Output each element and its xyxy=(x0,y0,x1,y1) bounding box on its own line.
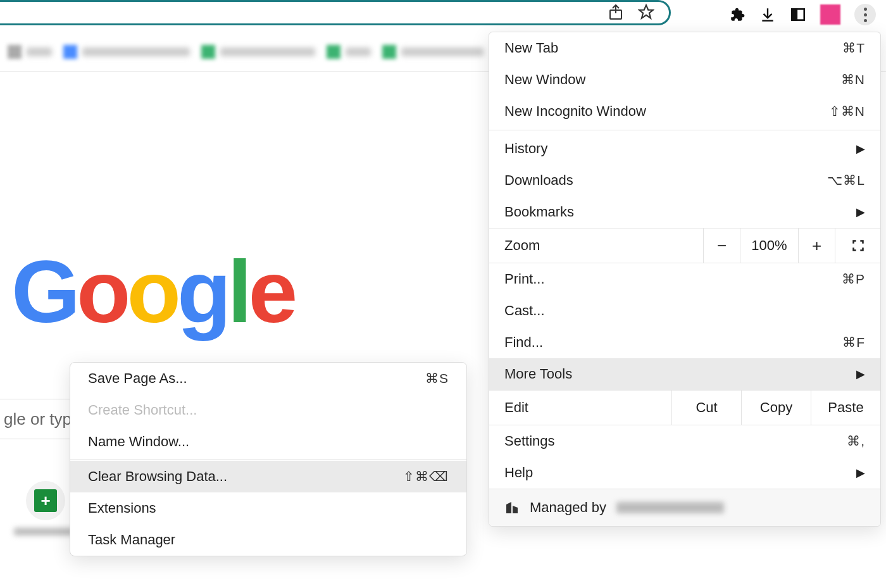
submenu-arrow-icon: ▶ xyxy=(856,367,865,381)
bookmark-star-icon[interactable] xyxy=(638,4,654,20)
menu-separator xyxy=(489,130,880,130)
submenu-arrow-icon: ▶ xyxy=(856,466,865,480)
zoom-out-button[interactable]: − xyxy=(703,228,740,263)
menu-label: Cast... xyxy=(504,303,545,319)
submenu-separator xyxy=(70,459,466,460)
menu-more-tools[interactable]: More Tools ▶ xyxy=(489,358,880,390)
submenu-label: Clear Browsing Data... xyxy=(88,468,227,485)
menu-label: Bookmarks xyxy=(504,204,574,220)
menu-downloads[interactable]: Downloads ⌥⌘L xyxy=(489,165,880,196)
fullscreen-button[interactable] xyxy=(835,228,880,263)
menu-shortcut: ⌘T xyxy=(842,41,865,56)
submenu-label: Save Page As... xyxy=(88,370,187,387)
menu-settings[interactable]: Settings ⌘, xyxy=(489,425,880,457)
menu-cast[interactable]: Cast... xyxy=(489,295,880,327)
menu-label: Help xyxy=(504,465,533,481)
menu-history[interactable]: History ▶ xyxy=(489,133,880,165)
address-bar[interactable] xyxy=(0,0,671,25)
menu-bookmarks[interactable]: Bookmarks ▶ xyxy=(489,196,880,228)
submenu-arrow-icon: ▶ xyxy=(856,142,865,156)
submenu-label: Task Manager xyxy=(88,532,175,548)
menu-managed-by[interactable]: Managed by xyxy=(489,489,880,526)
menu-label: More Tools xyxy=(504,366,572,382)
bookmark-item[interactable] xyxy=(382,45,484,59)
zoom-in-button[interactable]: + xyxy=(798,228,835,263)
menu-new-window[interactable]: New Window ⌘N xyxy=(489,64,880,96)
submenu-extensions[interactable]: Extensions xyxy=(70,492,466,524)
menu-shortcut: ⌥⌘L xyxy=(827,173,865,188)
menu-label: Settings xyxy=(504,433,555,449)
search-placeholder-fragment: gle or typ xyxy=(4,410,72,429)
submenu-label: Name Window... xyxy=(88,434,189,450)
menu-shortcut: ⌘P xyxy=(842,272,865,287)
zoom-level: 100% xyxy=(740,228,798,263)
menu-label: New Tab xyxy=(504,40,558,56)
menu-find[interactable]: Find... ⌘F xyxy=(489,327,880,358)
menu-label: New Incognito Window xyxy=(504,103,646,120)
edit-copy-button[interactable]: Copy xyxy=(741,391,811,425)
submenu-label: Extensions xyxy=(88,500,156,516)
profile-avatar[interactable] xyxy=(820,4,840,25)
svg-marker-1 xyxy=(639,5,653,18)
submenu-task-manager[interactable]: Task Manager xyxy=(70,524,466,556)
google-logo: Google xyxy=(11,241,294,343)
menu-label: Find... xyxy=(504,334,543,351)
bookmark-item[interactable] xyxy=(8,45,52,59)
chrome-main-menu: New Tab ⌘T New Window ⌘N New Incognito W… xyxy=(489,32,881,527)
submenu-shortcut: ⇧⌘⌫ xyxy=(403,469,449,484)
menu-help[interactable]: Help ▶ xyxy=(489,457,880,489)
menu-label: Print... xyxy=(504,271,545,287)
share-icon[interactable] xyxy=(608,4,624,20)
building-icon xyxy=(504,500,520,515)
menu-zoom-label: Zoom xyxy=(489,228,703,263)
submenu-shortcut: ⌘S xyxy=(425,371,449,386)
menu-edit-label: Edit xyxy=(489,391,671,425)
menu-label: History xyxy=(504,141,547,157)
submenu-label: Create Shortcut... xyxy=(88,402,197,418)
bookmark-item[interactable] xyxy=(201,45,315,59)
more-tools-submenu: Save Page As... ⌘S Create Shortcut... Na… xyxy=(70,362,467,556)
menu-label: Downloads xyxy=(504,172,573,189)
managed-label: Managed by xyxy=(530,499,606,516)
shortcut-label xyxy=(14,528,77,535)
chrome-menu-button[interactable] xyxy=(854,4,876,25)
menu-print[interactable]: Print... ⌘P xyxy=(489,263,880,295)
menu-edit-row: Edit Cut Copy Paste xyxy=(489,390,880,425)
bookmark-item[interactable] xyxy=(327,45,371,59)
menu-shortcut: ⌘N xyxy=(841,72,865,87)
menu-new-incognito[interactable]: New Incognito Window ⇧⌘N xyxy=(489,96,880,127)
edit-paste-button[interactable]: Paste xyxy=(811,391,880,425)
submenu-arrow-icon: ▶ xyxy=(856,205,865,219)
extensions-icon[interactable] xyxy=(729,6,746,23)
submenu-name-window[interactable]: Name Window... xyxy=(70,426,466,458)
downloads-icon[interactable] xyxy=(759,6,776,23)
submenu-clear-browsing-data[interactable]: Clear Browsing Data... ⇧⌘⌫ xyxy=(70,461,466,492)
menu-shortcut: ⇧⌘N xyxy=(829,104,865,119)
menu-shortcut: ⌘, xyxy=(847,434,865,449)
submenu-create-shortcut: Create Shortcut... xyxy=(70,394,466,426)
ntp-shortcut[interactable]: + xyxy=(14,481,77,535)
menu-shortcut: ⌘F xyxy=(842,335,865,350)
bookmark-item[interactable] xyxy=(63,45,190,59)
svg-rect-3 xyxy=(792,9,797,20)
shortcut-icon: + xyxy=(34,489,57,512)
menu-new-tab[interactable]: New Tab ⌘T xyxy=(489,32,880,64)
side-panel-icon[interactable] xyxy=(790,6,806,23)
menu-label: New Window xyxy=(504,72,585,88)
menu-zoom-row: Zoom − 100% + xyxy=(489,228,880,263)
edit-cut-button[interactable]: Cut xyxy=(671,391,741,425)
submenu-save-page[interactable]: Save Page As... ⌘S xyxy=(70,363,466,394)
managed-org-redacted xyxy=(616,502,724,513)
